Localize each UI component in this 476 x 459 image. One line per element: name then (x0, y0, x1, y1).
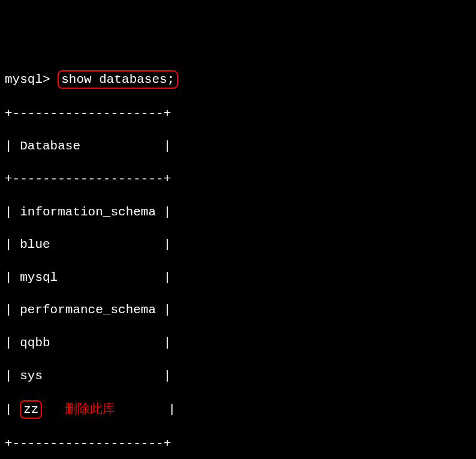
row-suffix: | (115, 403, 176, 416)
table-row: | sys | (5, 368, 471, 384)
db-highlight-zz: zz (20, 400, 42, 419)
table-border: +--------------------+ (5, 436, 471, 452)
table-border: +--------------------+ (5, 171, 471, 187)
annotation-delete: 删除此库 (42, 403, 115, 416)
table-row: | blue | (5, 236, 471, 253)
table-row: | mysql | (5, 269, 471, 286)
table-header: | Database | (5, 138, 471, 154)
db-name-zz: zz (23, 403, 38, 416)
table-row: | information_schema | (5, 204, 471, 220)
prompt: mysql> (5, 73, 50, 86)
table-row: | qqbb | (5, 335, 471, 351)
table-row-zz: | zz 删除此库 | (5, 400, 471, 419)
table-border: +--------------------+ (5, 106, 471, 122)
row-prefix: | (5, 403, 20, 416)
table-row: | performance_schema | (5, 302, 471, 318)
command-line-1: mysql> show databases; (5, 70, 471, 89)
command-text-1: show databases; (61, 73, 174, 86)
command-highlight-1: show databases; (58, 70, 178, 89)
